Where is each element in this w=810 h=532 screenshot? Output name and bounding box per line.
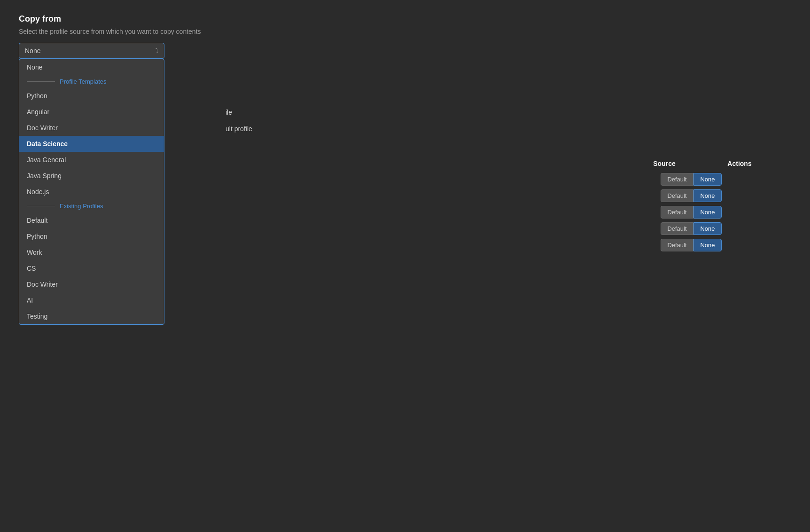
dropdown-item-angular[interactable]: Angular [19, 104, 164, 120]
table-row: Default None [641, 206, 763, 219]
partial-text-1: ile [226, 109, 232, 116]
separator-line-2 [27, 206, 55, 206]
none-badge-4[interactable]: None [693, 222, 722, 235]
table-row: Default None [641, 173, 763, 186]
source-actions-table: Source Actions Default None Default None [641, 160, 763, 251]
dropdown-item-nodejs[interactable]: Node.js [19, 184, 164, 200]
partial-text-2: ult profile [226, 125, 252, 133]
default-badge-3: Default [661, 206, 693, 219]
none-badge-5[interactable]: None [693, 239, 722, 251]
dropdown-item-doc-writer-template[interactable]: Doc Writer [19, 120, 164, 136]
none-badge-3[interactable]: None [693, 206, 722, 219]
none-badge-2[interactable]: None [693, 189, 722, 202]
dropdown-item-cs[interactable]: CS [19, 260, 164, 276]
dropdown-item-python-template[interactable]: Python [19, 88, 164, 104]
partial-text-default-profile: ult profile [226, 125, 252, 133]
separator-line-1 [27, 81, 55, 82]
profile-templates-separator: Profile Templates [19, 75, 164, 88]
chevron-down-icon: ⤵ [156, 47, 158, 54]
copy-from-title: Copy from [19, 14, 791, 24]
partial-text-profile: ile [226, 108, 232, 117]
dropdown-selected-value: None [25, 47, 40, 55]
existing-profiles-separator: Existing Profiles [19, 200, 164, 212]
existing-profiles-label: Existing Profiles [60, 203, 103, 210]
dropdown-item-default[interactable]: Default [19, 212, 164, 228]
dropdown-item-java-general[interactable]: Java General [19, 152, 164, 168]
dropdown-item-none[interactable]: None [19, 59, 164, 75]
default-badge-2: Default [661, 189, 693, 202]
dropdown-item-doc-writer-profile[interactable]: Doc Writer [19, 276, 164, 292]
profile-templates-label: Profile Templates [60, 78, 106, 85]
main-container: Copy from Select the profile source from… [0, 0, 810, 73]
default-badge-1: Default [661, 173, 693, 186]
actions-column-header: Actions [716, 160, 763, 167]
dropdown-menu: None Profile Templates Python Angular Do… [19, 59, 164, 325]
copy-from-dropdown[interactable]: None ⤵ [19, 43, 164, 59]
table-row: Default None [641, 239, 763, 251]
dropdown-item-work[interactable]: Work [19, 244, 164, 260]
table-rows: Default None Default None Default None [641, 173, 763, 251]
table-headers: Source Actions [641, 160, 763, 167]
dropdown-item-data-science[interactable]: Data Science [19, 136, 164, 152]
default-badge-5: Default [661, 239, 693, 251]
table-row: Default None [641, 222, 763, 235]
copy-from-subtitle: Select the profile source from which you… [19, 28, 791, 35]
default-badge-4: Default [661, 222, 693, 235]
dropdown-item-java-spring[interactable]: Java Spring [19, 168, 164, 184]
dropdown-item-ai[interactable]: AI [19, 292, 164, 308]
source-column-header: Source [641, 160, 688, 167]
dropdown-item-python-profile[interactable]: Python [19, 228, 164, 244]
none-badge-1[interactable]: None [693, 173, 722, 186]
dropdown-item-testing[interactable]: Testing [19, 308, 164, 324]
table-row: Default None [641, 189, 763, 202]
